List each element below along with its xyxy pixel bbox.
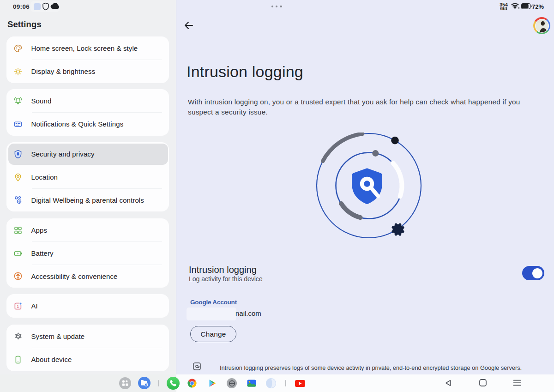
svg-text:1: 1 bbox=[17, 304, 19, 309]
